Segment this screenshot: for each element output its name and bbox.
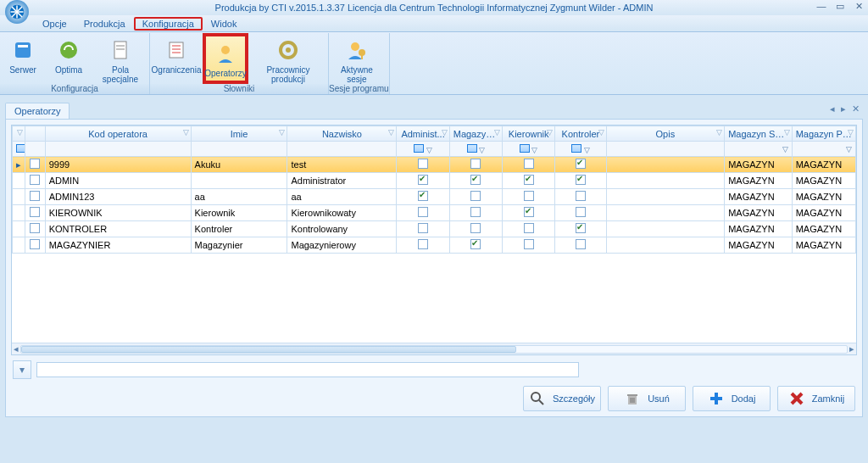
col-magsur[interactable]: Magazyn Suro...▽ bbox=[725, 126, 793, 142]
checkbox[interactable] bbox=[418, 239, 428, 249]
checkbox[interactable] bbox=[576, 223, 586, 233]
col-magazyn[interactable]: Magazyn...▽ bbox=[449, 126, 502, 142]
filter-bar: ▾ bbox=[6, 357, 862, 382]
dodaj-button[interactable]: Dodaj bbox=[693, 386, 771, 411]
table-row[interactable]: MAGAZYNIERMagazynierMagazynierowyMAGAZYN… bbox=[13, 237, 856, 254]
table-header-row: ▽ Kod operatora▽ Imie▽ Nazwisko▽ Adminis… bbox=[13, 126, 856, 142]
minimize-icon[interactable]: — bbox=[815, 1, 827, 12]
col-magpro[interactable]: Magazyn Pro...▽ bbox=[792, 126, 855, 142]
svg-point-21 bbox=[531, 393, 540, 401]
ribbon-pracownicy[interactable]: Pracownicy produkcji bbox=[248, 33, 328, 84]
magnifier-icon bbox=[529, 390, 546, 407]
svg-rect-5 bbox=[15, 42, 31, 58]
tab-controls[interactable]: ◂ ▸ ✕ bbox=[830, 103, 861, 114]
checkbox[interactable] bbox=[576, 207, 586, 217]
checkbox[interactable] bbox=[30, 223, 40, 233]
checkbox[interactable] bbox=[576, 175, 586, 185]
table-row[interactable]: ▸9999AkukutestMAGAZYNMAGAZYN bbox=[13, 157, 856, 173]
col-kierownik[interactable]: Kierownik▽ bbox=[503, 126, 555, 142]
checkbox[interactable] bbox=[524, 191, 534, 201]
checkbox[interactable] bbox=[524, 159, 534, 169]
app-icon bbox=[5, 0, 29, 24]
checkbox[interactable] bbox=[524, 239, 534, 249]
checkbox[interactable] bbox=[418, 159, 428, 169]
checkbox[interactable] bbox=[524, 175, 534, 185]
checkbox[interactable] bbox=[418, 191, 428, 201]
checkbox[interactable] bbox=[576, 239, 586, 249]
table-row[interactable]: KIEROWNIKKierownikKierownikowatyMAGAZYNM… bbox=[13, 205, 856, 221]
close-icon[interactable]: ✕ bbox=[853, 1, 865, 12]
funnel-icon[interactable]: ▾ bbox=[13, 360, 31, 379]
checkbox[interactable] bbox=[418, 223, 428, 233]
ribbon-aktywne-sesje[interactable]: Aktywne sesje bbox=[329, 33, 385, 84]
col-kod[interactable]: Kod operatora▽ bbox=[45, 126, 191, 142]
ribbon-serwer[interactable]: Serwer bbox=[0, 33, 46, 84]
tab-operatorzy[interactable]: Operatorzy bbox=[5, 103, 70, 119]
usun-button[interactable]: Usuń bbox=[608, 386, 686, 411]
cell-opis bbox=[606, 205, 725, 221]
horizontal-scrollbar[interactable]: ◂ ▸ bbox=[12, 343, 856, 354]
ribbon-pola-specjalne[interactable]: Pola specjalne bbox=[92, 33, 149, 84]
table-row[interactable]: ADMIN123aaaaMAGAZYNMAGAZYN bbox=[13, 189, 856, 205]
gear-icon bbox=[275, 36, 302, 64]
table-row[interactable]: ADMINAdministratorMAGAZYNMAGAZYN bbox=[13, 173, 856, 189]
scroll-left-icon[interactable]: ◂ bbox=[14, 343, 19, 354]
cell-opis bbox=[606, 157, 725, 173]
cell-magpro: MAGAZYN bbox=[792, 205, 855, 221]
cell-magsur: MAGAZYN bbox=[725, 221, 793, 237]
svg-line-22 bbox=[539, 400, 543, 404]
checkbox[interactable] bbox=[30, 207, 40, 217]
col-indicator[interactable]: ▽ bbox=[13, 126, 25, 142]
checkbox[interactable] bbox=[30, 239, 40, 249]
ribbon-operatorzy[interactable]: Operatorzy bbox=[203, 33, 248, 84]
szczegoly-button[interactable]: Szczegóły bbox=[523, 386, 601, 411]
menu-produkcja[interactable]: Produkcja bbox=[75, 17, 134, 31]
cell-nazwisko: Kontrolowany bbox=[287, 221, 397, 237]
menu-opcje[interactable]: Opcje bbox=[34, 17, 75, 31]
checkbox[interactable] bbox=[524, 223, 534, 233]
checkbox[interactable] bbox=[470, 207, 481, 217]
checkbox[interactable] bbox=[470, 191, 481, 201]
maximize-icon[interactable]: ▭ bbox=[834, 1, 846, 12]
cell-magsur: MAGAZYN bbox=[725, 157, 793, 173]
checkbox[interactable] bbox=[470, 159, 481, 169]
checkbox[interactable] bbox=[470, 175, 481, 185]
row-indicator bbox=[13, 237, 25, 254]
cell-magsur: MAGAZYN bbox=[725, 237, 793, 254]
cell-nazwisko: Administrator bbox=[287, 173, 397, 189]
col-opis[interactable]: Opis▽ bbox=[606, 126, 725, 142]
col-checkbox[interactable] bbox=[25, 126, 46, 142]
ribbon-group-slowniki: Ograniczenia Operatorzy Pracownicy produ… bbox=[150, 33, 329, 94]
col-nazwisko[interactable]: Nazwisko▽ bbox=[287, 126, 397, 142]
svg-rect-24 bbox=[627, 394, 637, 396]
checkbox[interactable] bbox=[30, 191, 40, 201]
checkbox[interactable] bbox=[418, 207, 428, 217]
cell-kod: KIEROWNIK bbox=[45, 205, 191, 221]
ribbon-optima[interactable]: Optima bbox=[46, 33, 92, 84]
menu-konfiguracja[interactable]: Konfiguracja bbox=[134, 17, 203, 31]
filter-input[interactable] bbox=[36, 362, 579, 377]
row-indicator: ▸ bbox=[13, 157, 25, 173]
table-row[interactable]: KONTROLERKontrolerKontrolowanyMAGAZYNMAG… bbox=[13, 221, 856, 237]
col-kontroler[interactable]: Kontroler▽ bbox=[555, 126, 606, 142]
cell-magpro: MAGAZYN bbox=[792, 221, 855, 237]
list-icon bbox=[163, 36, 190, 64]
checkbox[interactable] bbox=[418, 175, 428, 185]
scroll-right-icon[interactable]: ▸ bbox=[849, 343, 854, 354]
table-filter-row[interactable]: ▽ ▽ ▽ ▽ ▽▽ bbox=[13, 142, 856, 157]
checkbox[interactable] bbox=[30, 159, 40, 169]
checkbox[interactable] bbox=[576, 159, 586, 169]
checkbox[interactable] bbox=[30, 175, 40, 185]
checkbox[interactable] bbox=[576, 191, 586, 201]
ribbon-group-konfiguracja: Serwer Optima Pola specjalne Konfiguracj… bbox=[0, 33, 150, 94]
col-imie[interactable]: Imie▽ bbox=[191, 126, 287, 142]
checkbox[interactable] bbox=[524, 207, 534, 217]
checkbox[interactable] bbox=[470, 223, 481, 233]
checkbox[interactable] bbox=[470, 239, 481, 249]
zamknij-button[interactable]: Zamknij bbox=[777, 386, 855, 411]
menu-widok[interactable]: Widok bbox=[203, 17, 246, 31]
close-x-icon bbox=[788, 390, 805, 407]
cell-opis bbox=[606, 173, 725, 189]
ribbon-ograniczenia[interactable]: Ograniczenia bbox=[150, 33, 203, 84]
col-admin[interactable]: Administ...▽ bbox=[397, 126, 449, 142]
